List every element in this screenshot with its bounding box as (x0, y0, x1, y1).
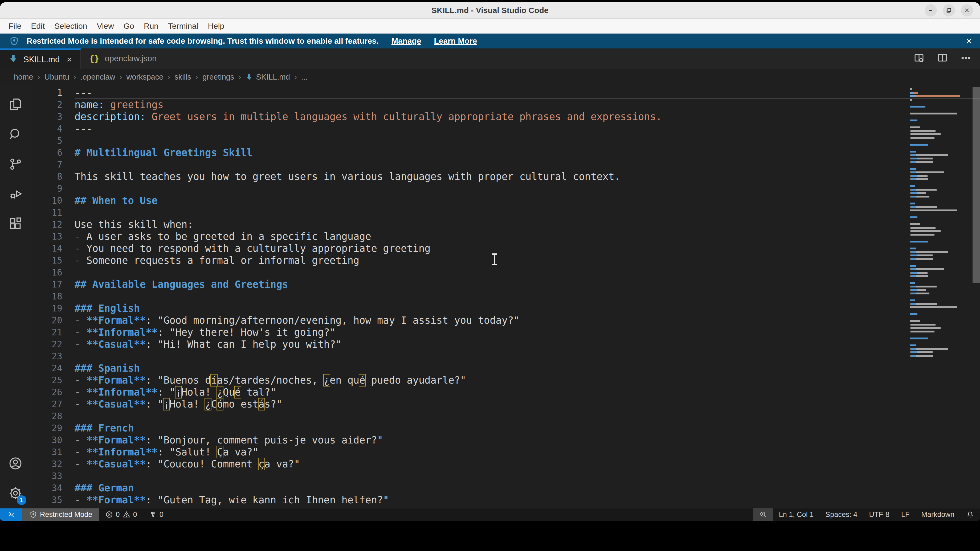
breadcrumb-item[interactable]: Ubuntu (45, 73, 70, 81)
menu-view[interactable]: View (92, 19, 119, 33)
line-number[interactable]: 12 (30, 219, 75, 230)
indentation[interactable]: Spaces: 4 (819, 508, 863, 521)
editor-line[interactable]: - **Casual**: "¡Hola! ¿Cómo estás?" (75, 398, 980, 410)
breadcrumb-item[interactable]: skills (174, 73, 191, 81)
run-debug-icon[interactable] (0, 179, 30, 209)
line-number[interactable]: 15 (30, 254, 75, 267)
line-number[interactable]: 2 (30, 99, 75, 111)
editor-line[interactable]: ### Spanish (75, 362, 980, 374)
line-number[interactable]: 6 (30, 147, 75, 159)
line-number[interactable]: 25 (30, 374, 75, 386)
breadcrumb-item[interactable]: home (14, 73, 33, 81)
line-number[interactable]: 31 (30, 446, 75, 458)
breadcrumb-item[interactable]: ... (301, 73, 307, 81)
split-editor-icon[interactable] (937, 52, 948, 65)
editor-line[interactable]: ### French (75, 422, 980, 434)
breadcrumb-item[interactable]: SKILL.md (256, 73, 290, 81)
line-number[interactable]: 21 (30, 326, 75, 338)
line-number[interactable]: 16 (30, 267, 75, 278)
source-control-icon[interactable] (0, 149, 30, 179)
language-mode[interactable]: Markdown (915, 508, 960, 521)
problems-status[interactable]: 0 0 (99, 508, 143, 521)
account-icon[interactable] (0, 449, 30, 478)
editor-line[interactable]: - You need to respond with a culturally … (75, 243, 980, 254)
line-number[interactable]: 13 (30, 230, 75, 243)
minimize-button[interactable] (924, 4, 937, 16)
line-number[interactable]: 32 (30, 458, 75, 470)
settings-icon[interactable]: 1 (0, 478, 30, 508)
editor-line[interactable]: description: Greet users in multiple lan… (75, 111, 980, 123)
editor-line[interactable] (75, 291, 980, 302)
restore-button[interactable] (943, 4, 955, 16)
tab-close-icon[interactable]: × (67, 54, 72, 65)
manage-link[interactable]: Manage (391, 37, 421, 46)
menu-edit[interactable]: Edit (26, 19, 49, 33)
line-number[interactable]: 10 (30, 195, 75, 206)
editor-line[interactable]: - A user asks to be greeted in a specifi… (75, 230, 980, 243)
editor-line[interactable] (75, 470, 980, 482)
breadcrumb-item[interactable]: .openclaw (80, 73, 115, 81)
line-number[interactable]: 29 (30, 422, 75, 434)
line-number[interactable]: 20 (30, 314, 75, 326)
tab-openclaw.json[interactable]: {}openclaw.json (81, 48, 165, 69)
learn-more-link[interactable]: Learn More (434, 37, 477, 46)
editor-line[interactable]: This skill teaches you how to greet user… (75, 171, 980, 183)
close-button[interactable] (961, 4, 973, 16)
eol[interactable]: LF (895, 508, 916, 521)
editor-line[interactable]: ### English (75, 302, 980, 314)
cursor-position[interactable]: Ln 1, Col 1 (773, 508, 820, 521)
editor-line[interactable]: --- (75, 123, 980, 135)
editor-line[interactable] (75, 183, 980, 195)
editor-line[interactable]: - **Formal**: "Buenos días/tardes/noches… (75, 374, 980, 386)
editor-line[interactable]: --- (75, 87, 980, 99)
line-number[interactable]: 19 (30, 302, 75, 314)
breadcrumb-item[interactable]: workspace (126, 73, 164, 81)
minimap[interactable] (910, 87, 972, 357)
explorer-icon[interactable] (0, 89, 30, 119)
line-number[interactable]: 14 (30, 243, 75, 254)
line-number[interactable]: 1 (30, 87, 75, 99)
notifications[interactable] (960, 508, 980, 521)
editor-line[interactable]: ## Available Languages and Greetings (75, 278, 980, 291)
tab-skill.md[interactable]: SKILL.md× (0, 48, 81, 69)
breadcrumb-item[interactable]: greetings (202, 73, 234, 81)
editor-line[interactable] (75, 350, 980, 362)
editor-line[interactable]: - **Formal**: "Good morning/afternoon/ev… (75, 314, 980, 326)
banner-close-icon[interactable]: × (966, 35, 972, 47)
editor-line[interactable]: - **Informal**: "Hey there! How's it goi… (75, 326, 980, 338)
editor-line[interactable]: # Multilingual Greetings Skill (75, 147, 980, 159)
editor-line[interactable] (75, 159, 980, 171)
scrollbar-thumb[interactable] (972, 87, 980, 283)
menu-go[interactable]: Go (119, 19, 139, 33)
ports-status[interactable]: 0 (143, 508, 169, 521)
line-number[interactable]: 28 (30, 410, 75, 422)
editor-line[interactable]: - Someone requests a formal or informal … (75, 254, 980, 267)
more-actions-icon[interactable] (960, 52, 972, 65)
line-number[interactable]: 18 (30, 291, 75, 302)
encoding[interactable]: UTF-8 (863, 508, 895, 521)
line-number[interactable]: 7 (30, 159, 75, 171)
editor-line[interactable] (75, 267, 980, 278)
editor-line[interactable]: ## When to Use (75, 195, 980, 206)
editor-line[interactable]: name: greetings (75, 99, 980, 111)
line-number[interactable]: 23 (30, 350, 75, 362)
editor-line[interactable]: - **Informal**: "Salut! Ça va?" (75, 446, 980, 458)
editor-line[interactable]: - **Formal**: "Guten Tag, wie kann ich I… (75, 494, 980, 506)
menu-terminal[interactable]: Terminal (163, 19, 203, 33)
editor-line[interactable]: - **Casual**: "Hi! What can I help you w… (75, 338, 980, 350)
line-number[interactable]: 17 (30, 278, 75, 291)
remote-indicator[interactable] (0, 508, 22, 521)
editor-line[interactable]: - **Informal**: "¡Hola! ¿Qué tal?" (75, 386, 980, 398)
menu-run[interactable]: Run (139, 19, 163, 33)
line-number[interactable]: 24 (30, 362, 75, 374)
menu-help[interactable]: Help (203, 19, 229, 33)
line-number[interactable]: 27 (30, 398, 75, 410)
editor-line[interactable]: Use this skill when: (75, 219, 980, 230)
line-number[interactable]: 35 (30, 494, 75, 506)
line-number[interactable]: 22 (30, 338, 75, 350)
line-number[interactable]: 9 (30, 183, 75, 195)
line-number[interactable]: 11 (30, 206, 75, 219)
line-number[interactable]: 26 (30, 386, 75, 398)
search-icon[interactable] (0, 119, 30, 149)
menu-file[interactable]: File (4, 19, 26, 33)
